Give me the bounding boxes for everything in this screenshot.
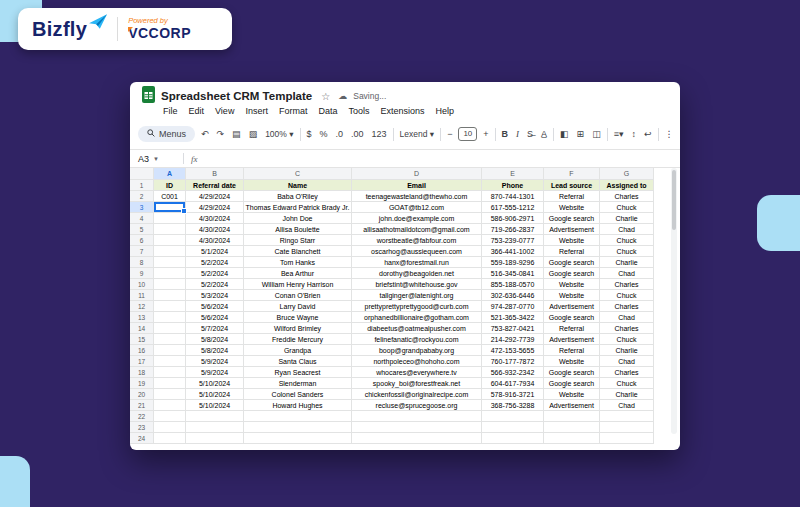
cell-D17[interactable]: northpoleceo@hohoho.com (352, 356, 482, 367)
cell-B15[interactable]: 5/8/2024 (186, 334, 244, 345)
cell-E5[interactable]: 719-266-2837 (482, 224, 544, 235)
cell-G13[interactable]: Chad (600, 312, 654, 323)
cell-F17[interactable]: Website (544, 356, 600, 367)
cell-G5[interactable]: Chad (600, 224, 654, 235)
cell-C6[interactable]: Ringo Starr (244, 235, 352, 246)
cell-D10[interactable]: briefstint@whitehouse.gov (352, 279, 482, 290)
cell-E24[interactable] (482, 433, 544, 444)
cell-A15[interactable] (154, 334, 186, 345)
column-header-G[interactable]: G (600, 168, 654, 180)
row-header-11[interactable]: 11 (130, 290, 154, 301)
cell-F24[interactable] (544, 433, 600, 444)
star-icon[interactable]: ☆ (321, 91, 330, 102)
cell-G9[interactable]: Chad (600, 268, 654, 279)
cell-A14[interactable] (154, 323, 186, 334)
cell-C18[interactable]: Ryan Seacrest (244, 367, 352, 378)
menu-insert[interactable]: Insert (245, 106, 268, 118)
cell-F15[interactable]: Advertisement (544, 334, 600, 345)
cell-A1[interactable]: ID (154, 180, 186, 191)
cell-D6[interactable]: worstbeatle@fabfour.com (352, 235, 482, 246)
row-header-13[interactable]: 13 (130, 312, 154, 323)
cell-D5[interactable]: allisaathotmaildotcom@gmail.com (352, 224, 482, 235)
cell-C1[interactable]: Name (244, 180, 352, 191)
text-wrap-icon[interactable]: ↩ (642, 129, 654, 139)
font-size-input[interactable]: 10 (458, 127, 477, 141)
cell-C14[interactable]: Wilford Brimley (244, 323, 352, 334)
cell-E13[interactable]: 521-365-3422 (482, 312, 544, 323)
cell-C22[interactable] (244, 411, 352, 422)
cell-D13[interactable]: orphanedbillionaire@gotham.com (352, 312, 482, 323)
cell-A17[interactable] (154, 356, 186, 367)
cell-B6[interactable]: 4/30/2024 (186, 235, 244, 246)
more-formats-icon[interactable]: 123 (370, 129, 389, 139)
row-header-17[interactable]: 17 (130, 356, 154, 367)
row-header-14[interactable]: 14 (130, 323, 154, 334)
cell-E12[interactable]: 974-287-0770 (482, 301, 544, 312)
cell-B7[interactable]: 5/1/2024 (186, 246, 244, 257)
cell-A20[interactable] (154, 389, 186, 400)
cell-C21[interactable]: Howard Hughes (244, 400, 352, 411)
cell-B19[interactable]: 5/10/2024 (186, 378, 244, 389)
cell-B14[interactable]: 5/7/2024 (186, 323, 244, 334)
vertical-scrollbar[interactable] (671, 168, 677, 434)
cell-D20[interactable]: chickenfossil@originalrecipe.com (352, 389, 482, 400)
cell-D23[interactable] (352, 422, 482, 433)
cell-G4[interactable]: Charlie (600, 213, 654, 224)
column-header-E[interactable]: E (482, 168, 544, 180)
menu-data[interactable]: Data (318, 106, 337, 118)
decrease-decimals-icon[interactable]: .0 (334, 129, 346, 139)
cell-B23[interactable] (186, 422, 244, 433)
cell-D4[interactable]: john.doe@example.com (352, 213, 482, 224)
cell-G23[interactable] (600, 422, 654, 433)
zoom-select[interactable]: 100% ▾ (263, 129, 295, 139)
cell-D7[interactable]: oscarhog@aussiequeen.com (352, 246, 482, 257)
cell-C16[interactable]: Grandpa (244, 345, 352, 356)
cell-C17[interactable]: Santa Claus (244, 356, 352, 367)
cell-F2[interactable]: Referral (544, 191, 600, 202)
cell-A16[interactable] (154, 345, 186, 356)
cell-F9[interactable]: Google search (544, 268, 600, 279)
cell-B1[interactable]: Referral date (186, 180, 244, 191)
cell-E22[interactable] (482, 411, 544, 422)
cell-D24[interactable] (352, 433, 482, 444)
increase-font-size-icon[interactable]: + (481, 129, 490, 139)
scrollbar-thumb[interactable] (672, 170, 676, 230)
cell-G22[interactable] (600, 411, 654, 422)
row-header-1[interactable]: 1 (130, 180, 154, 191)
cell-A13[interactable] (154, 312, 186, 323)
row-header-18[interactable]: 18 (130, 367, 154, 378)
cell-C24[interactable] (244, 433, 352, 444)
fill-color-icon[interactable]: ◧ (558, 129, 571, 139)
font-select[interactable]: Lexend ▾ (398, 129, 437, 139)
cell-E20[interactable]: 578-916-3721 (482, 389, 544, 400)
cell-A11[interactable] (154, 290, 186, 301)
cell-G7[interactable]: Chuck (600, 246, 654, 257)
cell-E7[interactable]: 366-441-1002 (482, 246, 544, 257)
cell-G24[interactable] (600, 433, 654, 444)
cell-F4[interactable]: Google search (544, 213, 600, 224)
cell-A24[interactable] (154, 433, 186, 444)
cell-C4[interactable]: John Doe (244, 213, 352, 224)
cell-F13[interactable]: Google search (544, 312, 600, 323)
cell-C13[interactable]: Bruce Wayne (244, 312, 352, 323)
cell-A21[interactable] (154, 400, 186, 411)
cell-G10[interactable]: Charles (600, 279, 654, 290)
cell-F16[interactable]: Referral (544, 345, 600, 356)
cell-E15[interactable]: 214-292-7739 (482, 334, 544, 345)
more-options-icon[interactable]: ⋮ (663, 129, 673, 139)
cell-B11[interactable]: 5/3/2024 (186, 290, 244, 301)
cell-C19[interactable]: Slenderman (244, 378, 352, 389)
cell-D14[interactable]: diabeetus@oatmealpusher.com (352, 323, 482, 334)
cell-B5[interactable]: 4/30/2024 (186, 224, 244, 235)
cell-E8[interactable]: 559-189-9296 (482, 257, 544, 268)
strikethrough-icon[interactable]: S̶ (525, 129, 535, 139)
row-header-19[interactable]: 19 (130, 378, 154, 389)
cell-C2[interactable]: Baba O'Riley (244, 191, 352, 202)
cell-B8[interactable]: 5/2/2024 (186, 257, 244, 268)
row-header-6[interactable]: 6 (130, 235, 154, 246)
cell-F19[interactable]: Google search (544, 378, 600, 389)
cell-A7[interactable] (154, 246, 186, 257)
row-header-15[interactable]: 15 (130, 334, 154, 345)
row-header-9[interactable]: 9 (130, 268, 154, 279)
cell-D18[interactable]: whocares@everywhere.tv (352, 367, 482, 378)
